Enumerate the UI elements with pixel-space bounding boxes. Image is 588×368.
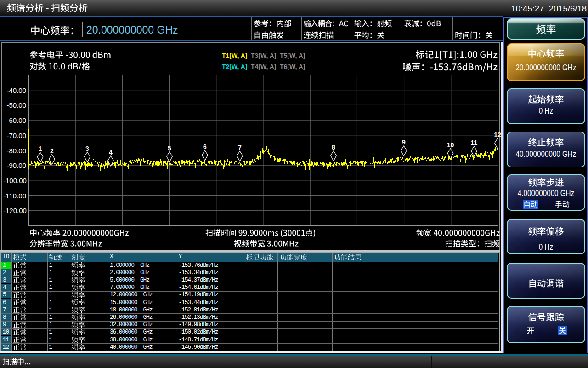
svg-text:1: 1: [39, 145, 42, 152]
svg-text:10: 10: [447, 141, 454, 149]
svg-text:8: 8: [332, 144, 335, 151]
svg-text:5: 5: [168, 144, 171, 152]
svg-text:11: 11: [471, 139, 478, 146]
svg-text:12: 12: [494, 131, 501, 138]
svg-text:4: 4: [109, 149, 113, 156]
svg-text:9: 9: [402, 138, 406, 146]
svg-text:2: 2: [50, 147, 54, 155]
svg-text:6: 6: [203, 143, 207, 150]
svg-text:3: 3: [85, 145, 89, 152]
svg-text:7: 7: [238, 144, 242, 151]
